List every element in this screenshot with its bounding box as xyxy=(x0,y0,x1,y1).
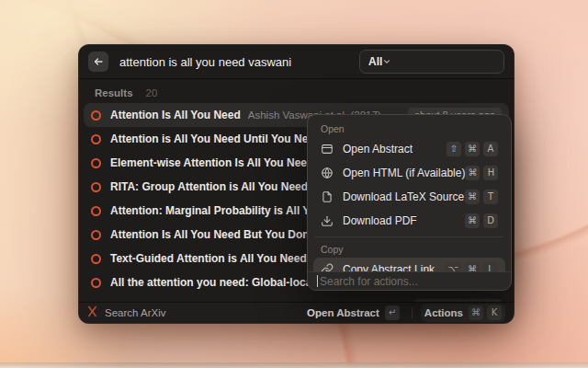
results-section-header: Results 20 xyxy=(79,83,514,103)
download-icon xyxy=(321,214,334,227)
search-input[interactable]: attention is all you need vaswani xyxy=(119,55,359,69)
menu-item[interactable]: Download PDF⌘D xyxy=(313,209,505,233)
circle-ring-icon xyxy=(91,230,101,240)
result-row[interactable]: Is Attention All What You Need? -- An Em… xyxy=(84,294,509,302)
menu-item-keycaps: ⌥⌘L xyxy=(445,262,498,271)
circle-ring-icon xyxy=(91,278,101,288)
shortcut-keycap: ⌘ xyxy=(465,190,480,204)
result-title: Attention Is All You Need xyxy=(110,109,241,121)
footer-actions: Open Abstract ↵ Actions ⌘K xyxy=(303,304,505,322)
shortcut-keycap: L xyxy=(483,262,498,271)
menu-item[interactable]: Open HTML (if Available)⌘H xyxy=(313,161,505,185)
shortcut-keycap: ⌘ xyxy=(465,142,480,156)
link-icon xyxy=(321,263,334,271)
action-menu-panel: OpenOpen Abstract⇧⌘AOpen HTML (if Availa… xyxy=(307,114,512,291)
menu-item-label: Open Abstract xyxy=(343,143,413,155)
app-window-icon xyxy=(321,143,334,155)
menu-section-label: Copy xyxy=(313,241,505,258)
shortcut-keycap: H xyxy=(483,166,498,180)
shortcut-keycap: ⌥ xyxy=(445,262,461,271)
results-label: Results xyxy=(95,87,133,98)
circle-ring-icon xyxy=(91,134,101,144)
raycast-window: attention is all you need vaswani All Re… xyxy=(78,44,514,324)
arxiv-logo-icon xyxy=(87,305,97,321)
shortcut-keycap: A xyxy=(483,142,498,156)
circle-ring-icon xyxy=(91,182,101,192)
menu-item-keycaps: ⌘H xyxy=(465,166,498,180)
menu-item[interactable]: Open Abstract⇧⌘A xyxy=(313,137,505,161)
actions-button[interactable]: Actions ⌘K xyxy=(421,304,505,322)
actions-keycaps: ⌘K xyxy=(469,305,502,320)
action-search-placeholder: Search for actions... xyxy=(320,275,418,288)
result-title: Element-wise Attention Is All You Need xyxy=(110,156,313,169)
menu-divider xyxy=(315,236,503,237)
action-search-field[interactable]: Search for actions... xyxy=(308,271,511,290)
shortcut-keycap: D xyxy=(483,213,498,228)
globe-icon xyxy=(321,167,334,179)
menu-item-label: Download PDF xyxy=(343,214,417,227)
actions-label: Actions xyxy=(424,307,463,318)
arrow-left-icon xyxy=(93,56,104,67)
circle-ring-icon xyxy=(91,206,101,216)
circle-ring-icon xyxy=(91,158,101,168)
circle-ring-icon xyxy=(91,110,101,121)
footer-bar: Search ArXiv Open Abstract ↵ Actions ⌘K xyxy=(79,302,514,323)
shortcut-keycap: ⌘ xyxy=(469,305,483,320)
menu-item[interactable]: Download LaTeX Source⌘T xyxy=(313,185,505,209)
menu-section-label: Open xyxy=(313,121,505,137)
action-menu-list: OpenOpen Abstract⇧⌘AOpen HTML (if Availa… xyxy=(308,115,511,271)
footer-app: Search ArXiv xyxy=(87,305,165,321)
text-caret xyxy=(317,275,318,287)
chevron-down-icon xyxy=(382,53,391,70)
menu-item-label: Download LaTeX Source xyxy=(343,190,464,203)
menu-item-keycaps: ⌘D xyxy=(465,213,498,228)
footer-divider xyxy=(412,307,413,318)
shortcut-keycap: K xyxy=(487,305,502,320)
shortcut-keycap: ⌘ xyxy=(465,262,480,271)
results-count: 20 xyxy=(146,87,158,98)
menu-item-label: Open HTML (if Available) xyxy=(343,167,465,179)
shortcut-keycap: ⇧ xyxy=(447,142,461,156)
search-header: attention is all you need vaswani All xyxy=(79,45,514,79)
primary-action-label: Open Abstract xyxy=(307,307,379,318)
desktop-wallpaper: attention is all you need vaswani All Re… xyxy=(0,0,588,368)
return-keycap: ↵ xyxy=(385,305,400,320)
shortcut-keycap: ⌘ xyxy=(465,213,480,228)
file-icon xyxy=(321,190,334,203)
menu-item-keycaps: ⇧⌘A xyxy=(447,142,498,156)
menu-item[interactable]: Copy Abstract Link⌥⌘L xyxy=(313,258,505,271)
shortcut-keycap: T xyxy=(483,190,498,204)
primary-action-button[interactable]: Open Abstract ↵ xyxy=(303,304,403,322)
filter-dropdown[interactable]: All xyxy=(359,50,504,74)
wallpaper-bottom-strip xyxy=(0,362,588,368)
back-button[interactable] xyxy=(88,52,108,72)
circle-ring-icon xyxy=(91,254,101,264)
menu-item-keycaps: ⌘T xyxy=(465,190,498,204)
footer-app-name: Search ArXiv xyxy=(105,307,165,318)
filter-dropdown-value: All xyxy=(368,55,382,68)
menu-item-label: Copy Abstract Link xyxy=(343,263,435,271)
shortcut-keycap: ⌘ xyxy=(465,166,480,180)
